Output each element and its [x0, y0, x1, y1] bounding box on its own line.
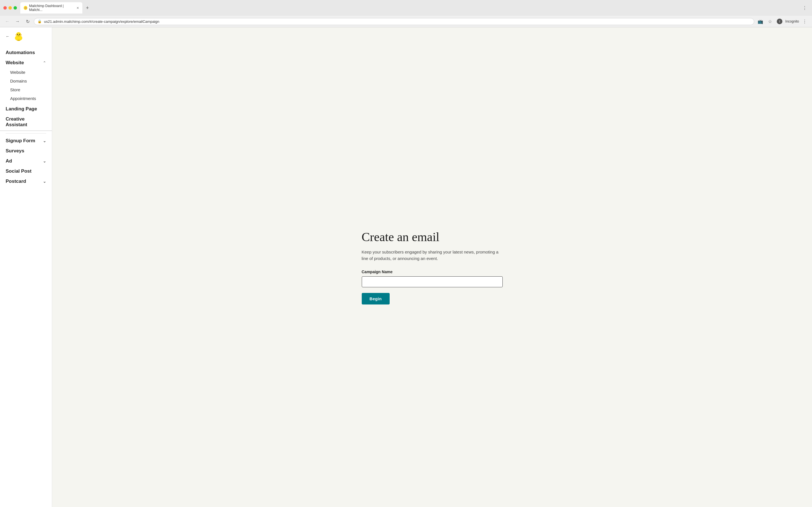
more-button[interactable]: ⋮	[801, 4, 809, 12]
lock-icon: 🔒	[38, 19, 42, 23]
website-chevron-icon: ⌃	[43, 61, 46, 65]
main-content: Create an email Keep your subscribers en…	[52, 27, 812, 507]
svg-point-2	[17, 34, 18, 35]
svg-point-3	[19, 34, 20, 35]
signup-form-chevron-icon: ⌄	[43, 138, 46, 143]
sidebar-divider	[6, 133, 46, 133]
active-tab[interactable]: 🐵 Mailchimp Dashboard | Mailchi... ×	[20, 2, 82, 13]
sidebar-item-landing-page[interactable]: Landing Page	[0, 104, 52, 114]
minimize-window-button[interactable]	[8, 6, 12, 10]
website-section-header[interactable]: Website ⌃	[0, 58, 52, 68]
campaign-name-group: Campaign Name	[362, 270, 503, 287]
new-tab-button[interactable]: +	[84, 4, 91, 12]
ad-chevron-icon: ⌄	[43, 159, 46, 163]
menu-button[interactable]: ⋮	[801, 17, 809, 25]
sidebar-item-creative-assistant[interactable]: Creative Assistant	[0, 114, 52, 131]
signup-form-label: Signup Form	[6, 138, 35, 144]
traffic-lights	[3, 6, 17, 10]
landing-page-label: Landing Page	[6, 106, 37, 112]
sidebar-item-automations[interactable]: Automations	[0, 48, 52, 58]
bookmark-button[interactable]: ☆	[766, 17, 774, 25]
sidebar-item-surveys[interactable]: Surveys	[0, 146, 52, 156]
incognito-label: Incognito	[785, 19, 799, 23]
url-text: us21.admin.mailchimp.com/#/create-campai…	[44, 19, 751, 24]
cast-button[interactable]: 📺	[756, 17, 764, 25]
surveys-label: Surveys	[6, 148, 24, 154]
sidebar-item-ad[interactable]: Ad ⌄	[0, 156, 52, 166]
begin-button[interactable]: Begin	[362, 293, 390, 304]
sidebar-item-signup-form[interactable]: Signup Form ⌄	[0, 136, 52, 146]
sidebar-item-website[interactable]: Website	[0, 68, 52, 76]
sidebar-back-button[interactable]: ←	[4, 33, 11, 40]
postcard-label: Postcard	[6, 179, 26, 184]
tab-favicon: 🐵	[24, 6, 28, 10]
postcard-chevron-icon: ⌄	[43, 179, 46, 184]
website-section-title: Website	[6, 60, 24, 66]
create-email-form: Create an email Keep your subscribers en…	[350, 219, 514, 316]
page-title: Create an email	[362, 230, 503, 245]
svg-point-6	[17, 40, 20, 41]
forward-button[interactable]: →	[13, 17, 21, 25]
social-post-label: Social Post	[6, 168, 32, 174]
page-description: Keep your subscribers engaged by sharing…	[362, 249, 503, 262]
chrome-profile-button[interactable]: I	[776, 17, 783, 25]
website-section-items: Website Domains Store Appointments	[0, 68, 52, 103]
sidebar-nav: Automations Website ⌃ Website Domains St	[0, 45, 52, 507]
creative-assistant-label: Creative Assistant	[6, 116, 46, 128]
app-layout: ← Automations Website	[0, 27, 812, 507]
back-button[interactable]: ←	[3, 17, 11, 25]
browser-toolbar: ← → ↻ 🔒 us21.admin.mailchimp.com/#/creat…	[0, 16, 812, 27]
sidebar-item-store[interactable]: Store	[0, 86, 52, 94]
svg-point-5	[20, 34, 22, 36]
sidebar-item-postcard[interactable]: Postcard ⌄	[0, 176, 52, 186]
browser-titlebar: 🐵 Mailchimp Dashboard | Mailchi... × + ⋮	[0, 0, 812, 16]
ad-label: Ad	[6, 158, 12, 164]
tab-title: Mailchimp Dashboard | Mailchi...	[29, 4, 75, 12]
reload-button[interactable]: ↻	[24, 17, 32, 25]
automations-label: Automations	[6, 50, 35, 55]
toolbar-actions: 📺 ☆ I Incognito ⋮	[756, 17, 809, 25]
sidebar-item-appointments[interactable]: Appointments	[0, 94, 52, 103]
svg-point-4	[15, 34, 17, 36]
address-bar[interactable]: 🔒 us21.admin.mailchimp.com/#/create-camp…	[34, 18, 754, 25]
tab-close-button[interactable]: ×	[77, 6, 79, 10]
campaign-name-label: Campaign Name	[362, 270, 503, 274]
mailchimp-logo	[13, 31, 24, 42]
browser-chrome: 🐵 Mailchimp Dashboard | Mailchi... × + ⋮…	[0, 0, 812, 27]
incognito-badge: Incognito	[785, 19, 799, 23]
browser-tabs: 🐵 Mailchimp Dashboard | Mailchi... × +	[20, 2, 799, 13]
close-window-button[interactable]	[3, 6, 7, 10]
sidebar-section-website: Website ⌃ Website Domains Store Appointm…	[0, 58, 52, 103]
sidebar: ← Automations Website	[0, 27, 52, 507]
maximize-window-button[interactable]	[13, 6, 17, 10]
sidebar-item-social-post[interactable]: Social Post	[0, 166, 52, 176]
sidebar-header: ←	[0, 27, 52, 45]
campaign-name-input[interactable]	[362, 276, 503, 287]
sidebar-item-domains[interactable]: Domains	[0, 76, 52, 86]
